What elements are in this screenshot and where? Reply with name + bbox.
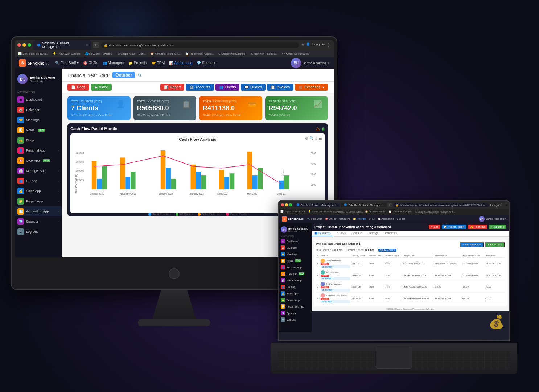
sidebar-item-blogs[interactable]: ✍ Blogs [15, 135, 62, 145]
project-tab-revenue[interactable]: Revenue [349, 231, 365, 236]
chart-zoom-out[interactable]: 🔍 [309, 136, 314, 140]
sidebar-item-personal[interactable]: 👤 Personal App › [15, 145, 62, 156]
laptop-new-tab[interactable]: + [387, 203, 392, 207]
nav-managers[interactable]: 👥 Managers [103, 61, 124, 65]
sidebar-item-calendar[interactable]: 📅 Calendar [15, 105, 62, 115]
edit-rates-btn-1[interactable]: EDIT RATES [321, 265, 350, 268]
card-clients-sub[interactable]: 0 Clients (30 days) - View Detail [71, 114, 127, 117]
sidebar-item-project[interactable]: 📁 Project App › [15, 196, 62, 206]
laptop-nav-find[interactable]: 🔍 Find Stuff [307, 218, 322, 220]
sidebar-item-sponsor[interactable]: 💎 Sponsor › [15, 216, 62, 227]
edit-rates-btn-4[interactable]: EDIT RATES [321, 300, 350, 303]
laptop-close-dot[interactable] [281, 203, 284, 206]
project-report-btn[interactable]: 📊 Project Report [442, 225, 466, 229]
accounts-button[interactable]: 🏦 Accounts [186, 84, 214, 91]
laptop-sidebar-calendar[interactable]: 📅 Calendar [279, 244, 312, 251]
laptop-nav-accounting[interactable]: 📊 Accounting [378, 218, 394, 220]
project-tab-documents[interactable]: Documents [381, 231, 399, 236]
laptop-sidebar-accounting[interactable]: 📊 Accounting App [279, 303, 312, 310]
lbk-google[interactable]: 💡 Think with Google [308, 210, 332, 213]
bookmark-stripe[interactable]: S Stripe Atlas – Skh... [116, 52, 147, 56]
project-edit-btn[interactable]: ✏ Edit [429, 225, 440, 229]
laptop-address-bar[interactable]: 🔒 skhokho.io/projects/node-innovation-ac… [393, 203, 489, 207]
sidebar-item-okr[interactable]: 🎯 OKR App NEW [15, 156, 62, 166]
lbk-howitzer[interactable]: Howitzer... [333, 211, 345, 213]
clients-button[interactable]: 👥 Clients [215, 84, 240, 91]
docs-button[interactable]: 📄 Docs [67, 84, 89, 91]
laptop-user-menu[interactable]: BK Bertha Kgokong ▾ [479, 216, 506, 222]
card-profit-sub[interactable]: R-8400 (30days) [269, 114, 325, 117]
nav-find-stuff[interactable]: 🔍 Find Stuff ▾ [55, 61, 79, 65]
laptop-sidebar-personal[interactable]: 👤 Personal App [279, 264, 312, 271]
laptop-sidebar-dashboard[interactable]: ⊞ Dashboard [279, 238, 312, 244]
laptop-sidebar-sales[interactable]: 💰 Sales App [279, 290, 312, 297]
add-resource-button[interactable]: + Add Resource [460, 242, 484, 247]
sidebar-item-logout[interactable]: G Log Out [15, 227, 62, 237]
bookmark-other[interactable]: >> Other Bookmarks [280, 52, 310, 56]
cashflow-warning-icon[interactable]: ⚠ [316, 126, 320, 131]
lbk-stripe[interactable]: S Stripe Atlas... [346, 211, 364, 213]
nav-crm[interactable]: 🤝 CRM [151, 61, 165, 65]
laptop-minimize-dot[interactable] [285, 203, 288, 206]
video-button[interactable]: ▶ Video [91, 84, 112, 91]
sidebar-item-dashboard[interactable]: ⊞ Dashboard [15, 95, 62, 105]
bookmark-zopto[interactable]: 📊 Zopto LinkedIn Au... [17, 52, 50, 56]
fy-month-badge[interactable]: October [112, 72, 135, 78]
sidebar-item-notes[interactable]: 📝 Notes NEW [15, 125, 62, 135]
card-expenses-sub[interactable]: R8400 (30days) - View Detail [203, 114, 259, 117]
minimize-dot[interactable] [22, 43, 26, 47]
chart-menu[interactable]: ☰ [319, 136, 322, 140]
laptop-tab-1[interactable]: 🔵 Skhokho Business Manageme... [293, 203, 340, 207]
laptop-sidebar-meetings[interactable]: 🤝 Meetings [279, 251, 312, 257]
budget-button[interactable]: $ $ 64.0 Hrs [485, 242, 505, 247]
more-options-icon[interactable]: ⋮ [326, 42, 331, 48]
bookmark-amazed[interactable]: 🏠 Amazed Roofs Cri... [149, 52, 182, 56]
sidebar-item-manager[interactable]: 👔 Manager App › [15, 166, 62, 176]
lbk-trademark[interactable]: 📋 Trademark Applic... [388, 210, 414, 213]
sidebar-item-accounting[interactable]: 📊 Accounting App › [15, 206, 62, 216]
laptop-nav-managers[interactable]: Managers [339, 218, 350, 220]
close-dot[interactable] [17, 43, 21, 47]
settings-icon[interactable]: ⚙ [138, 73, 142, 78]
new-tab-button[interactable]: + [93, 42, 99, 48]
address-bar[interactable]: 🔒 skhokho.io/accounting/accounting-dashb… [101, 42, 299, 48]
project-tab-drawings[interactable]: Drawings [365, 231, 381, 236]
bookmark-trademark[interactable]: 📋 Trademark Applic... [184, 52, 216, 56]
lbk-zopto[interactable]: 📊 Zopto LinkedIn Au... [280, 210, 307, 213]
cashflow-chart-icon[interactable]: ◉ [321, 126, 325, 131]
project-tab-resources[interactable]: 👥 Resources [312, 231, 333, 236]
laptop-more-icon[interactable]: ⋮ [503, 203, 507, 207]
lbk-amazed[interactable]: 🏠 Amazed Roofs... [365, 210, 387, 213]
report-button[interactable]: 📊 Report [160, 84, 184, 91]
project-goback-btn[interactable]: ↩ Go Back [489, 225, 506, 229]
nav-sponsor[interactable]: 💎 Sponsor [197, 61, 215, 65]
chart-zoom-reset[interactable]: ⊙ [305, 136, 308, 140]
nav-okrs[interactable]: 🎯 OKRs [83, 61, 98, 65]
invoices-button[interactable]: 📋 Invoices [267, 84, 293, 91]
user-menu[interactable]: BK Bertha Kgokong ▾ [291, 58, 329, 68]
sidebar-item-hr[interactable]: 👥 HR App › [15, 176, 62, 186]
project-tab-tasks[interactable]: ✓ Tasks [333, 231, 349, 236]
quotes-button[interactable]: 💬 Quotes [241, 84, 266, 91]
expenses-button[interactable]: 🛒 Expenses ▾ [295, 84, 328, 91]
edit-rates-btn-3[interactable]: EDIT RATES [321, 289, 350, 292]
nav-projects[interactable]: 📁 Projects [128, 61, 147, 65]
bookmark-howitzer[interactable]: 🌐 Howitzer - World'... [83, 52, 115, 56]
laptop-sidebar-notes[interactable]: 📝 Notes NEW [279, 257, 312, 264]
chart-home[interactable]: ⌂ [315, 136, 317, 140]
active-tab[interactable]: 🔵 Skhokho Business Manageme... × [33, 40, 91, 50]
laptop-nav-sponsor[interactable]: Sponsor [397, 218, 406, 220]
bookmark-graph[interactable]: f Graph API Facebo... [248, 52, 279, 56]
bookmark-google[interactable]: 💡 Think with Google [51, 52, 82, 56]
nav-accounting[interactable]: 📊 Accounting [169, 61, 192, 65]
laptop-sidebar-project[interactable]: 📁 Project App [279, 297, 312, 303]
laptop-maximize-dot[interactable] [289, 203, 292, 206]
lbk-shopify[interactable]: S ShopifyAppDjango [415, 211, 439, 213]
card-invoices-sub[interactable]: R0 (30days) - View Detail [137, 114, 193, 117]
laptop-nav-okrs[interactable]: 🎯 OKRs [325, 218, 336, 220]
project-financials-btn[interactable]: 💰 Financials [468, 225, 487, 229]
lbk-graph[interactable]: f Graph API... [440, 211, 455, 213]
laptop-sidebar-manager[interactable]: 👔 Manager App [279, 277, 312, 284]
laptop-sidebar-hr[interactable]: 👥 HR App [279, 284, 312, 290]
laptop-tab-2[interactable]: 🔵 Skhokho Business Managem... [341, 203, 386, 207]
